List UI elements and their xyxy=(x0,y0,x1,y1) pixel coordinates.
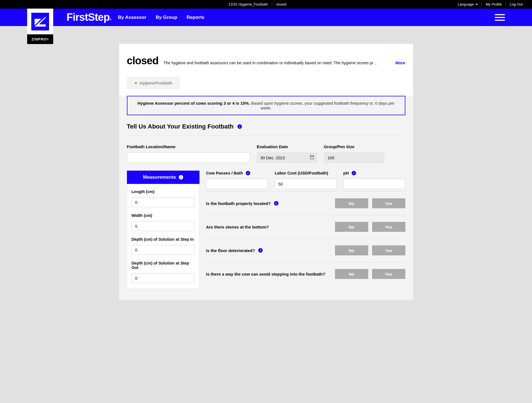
hamburger-icon[interactable] xyxy=(495,14,505,21)
nav-reports[interactable]: Reports xyxy=(187,15,204,20)
eval-date-label: Evaluation Date xyxy=(257,144,317,149)
question-located: Is the footbath properly located?i xyxy=(206,201,335,206)
top-bar: 12/31 Hygiene_Footbath closed Language M… xyxy=(0,0,532,9)
depth-out-label: Depth (cm) of Solution at Step Out xyxy=(132,261,195,270)
ph-label: pHi xyxy=(343,171,405,175)
width-input[interactable] xyxy=(132,221,195,231)
depth-in-label: Depth (cm) of Solution at Step In xyxy=(132,237,195,242)
measurements-header: Measurements i xyxy=(127,171,200,184)
section-title: Tell Us About Your Existing Footbath i xyxy=(127,123,405,136)
width-label: Width (cm) xyxy=(132,213,195,218)
depth-out-input[interactable] xyxy=(132,273,195,283)
q1-no-button[interactable]: No xyxy=(335,198,368,208)
language-dropdown[interactable]: Language xyxy=(454,2,482,6)
eval-date-input[interactable] xyxy=(257,152,317,163)
page-title: closed xyxy=(127,55,158,67)
info-icon[interactable]: i xyxy=(258,248,263,253)
labor-cost-label: Labor Cost (USD/Footbath) xyxy=(275,171,337,175)
q4-yes-button[interactable]: Yes xyxy=(372,269,405,279)
location-label: Footbath Location/Name xyxy=(127,144,250,149)
tab-hygiene-footbath[interactable]: Hygiene/Footbath xyxy=(127,77,180,89)
alert-text: Based upon hygiene scores, your suggeste… xyxy=(250,101,395,110)
my-profile-link[interactable]: My Profile xyxy=(482,2,506,6)
info-icon[interactable]: i xyxy=(246,171,250,175)
location-input[interactable] xyxy=(127,152,250,163)
ph-input[interactable] xyxy=(343,179,405,189)
length-input[interactable] xyxy=(132,197,195,207)
labor-cost-input[interactable] xyxy=(275,179,337,189)
main-container: closed The hygiene and footbath assessor… xyxy=(119,44,413,300)
q2-yes-button[interactable]: Yes xyxy=(372,222,405,232)
alert-bold: Hygiene Assessor percent of cows scoring… xyxy=(137,101,250,106)
logo-icon xyxy=(27,9,53,34)
logout-link[interactable]: Log Out xyxy=(506,2,526,6)
q2-no-button[interactable]: No xyxy=(335,222,368,232)
question-stones: Are there stones at the bottom? xyxy=(206,225,335,229)
q4-no-button[interactable]: No xyxy=(335,269,368,279)
q3-yes-button[interactable]: Yes xyxy=(372,245,405,255)
status-dot-icon xyxy=(135,82,137,84)
length-label: Length (cm) xyxy=(132,189,195,194)
brand-name: FirstStep® xyxy=(66,11,110,23)
cow-passes-label: Cow Passes / Bathi xyxy=(206,171,268,175)
question-avoid: Is there a way the cow can avoid steppin… xyxy=(206,272,335,276)
info-icon[interactable]: i xyxy=(237,124,242,129)
question-floor: Is the floor deteriorated?i xyxy=(206,248,335,253)
q1-yes-button[interactable]: Yes xyxy=(372,198,405,208)
more-link[interactable]: More xyxy=(395,60,405,65)
info-icon[interactable]: i xyxy=(274,201,278,206)
breadcrumb: 12/31 Hygiene_Footbath closed xyxy=(61,2,454,6)
group-size-input[interactable] xyxy=(324,152,384,163)
nav-bar: ZINPRO® FirstStep® By Assessor By Group … xyxy=(0,9,532,26)
nav-by-group[interactable]: By Group xyxy=(156,15,177,20)
info-icon[interactable]: i xyxy=(179,175,183,179)
status-label: closed xyxy=(272,2,290,6)
cow-passes-input[interactable] xyxy=(206,179,268,189)
nav-by-assessor[interactable]: By Assessor xyxy=(118,15,146,20)
context-label: 12/31 Hygiene_Footbath xyxy=(225,2,272,6)
info-icon[interactable]: i xyxy=(352,171,356,175)
q3-no-button[interactable]: No xyxy=(335,245,368,255)
alert-box: Hygiene Assessor percent of cows scoring… xyxy=(127,96,405,115)
tab-label: Hygiene/Footbath xyxy=(140,81,172,85)
page-description: The hygiene and footbath assessors can b… xyxy=(163,61,390,65)
logo-badge[interactable]: ZINPRO® xyxy=(27,9,53,44)
logo-text: ZINPRO® xyxy=(27,34,53,44)
chevron-down-icon xyxy=(475,4,478,5)
depth-in-input[interactable] xyxy=(132,245,195,255)
group-size-label: Group/Pen Size xyxy=(324,144,384,149)
